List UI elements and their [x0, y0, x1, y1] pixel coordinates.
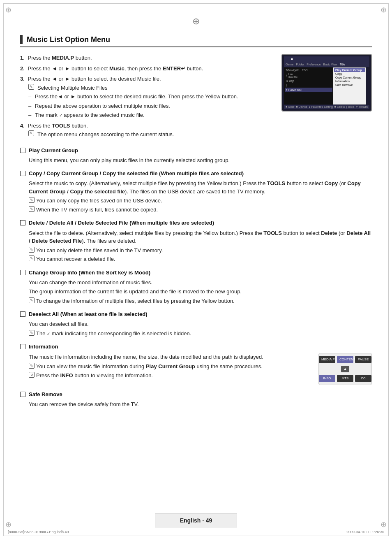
copy-section-body: Select the music to copy. (Alternatively… [29, 179, 372, 214]
play-current-group-body: Using this menu, you can only play music… [29, 156, 372, 165]
step-4-note-text: The option menu changes according to the… [37, 130, 174, 139]
delete-note-text-1: You can only delete the files saved in t… [36, 246, 163, 255]
tv-file-item-3: ♩ [285, 83, 332, 88]
tv-file-item-2: ♫ Bay [285, 79, 332, 83]
checkbox-icon-deselect [20, 311, 25, 317]
tv-menu-panel: Play Current Group Copy Copy Current Gro… [333, 67, 366, 104]
checkbox-icon-play [20, 148, 25, 153]
information-heading: Information [20, 343, 372, 351]
tv-tab-folder: Folder [296, 63, 304, 66]
deselect-all-text: You can deselect all files. [29, 320, 372, 328]
tv-menu-copy: Copy [334, 72, 365, 76]
tv-tabs: Genre Folder Preference Basic View Title [286, 63, 368, 66]
tv-tab-title: Title [340, 63, 345, 66]
note-icon-1: ✎ [28, 84, 34, 90]
step-4: 4. Press the TOOLS button. ✎ The option … [20, 122, 273, 139]
delete-section-text: Select the file to delete. (Alternativel… [29, 229, 372, 245]
tv-menu-information: Information [334, 79, 365, 83]
info-text: The music file information including the… [29, 353, 310, 381]
music-icon-2: ♫ [286, 79, 288, 83]
music-icon-1: ♪ [286, 74, 287, 77]
deselect-all-heading: Deselect All (When at least one file is … [20, 311, 372, 318]
multiple-files-item-1: Press the◄ or ► button to select the des… [28, 93, 273, 101]
delete-note-2: ✎ You cannot recover a deleted file. [29, 255, 372, 263]
info-bold: INFO [60, 372, 73, 378]
tv-menu-safe-remove: Safe Remove [334, 83, 365, 87]
tv-file-sub-1: Hard Me [288, 76, 297, 78]
step-3-number: 3. [20, 76, 25, 82]
information-body: The music file information including the… [29, 353, 372, 385]
delete-bold: Delete [321, 230, 337, 236]
tv-content: ↻Navigate ESC ♪ LayHard Me ♫ Bay ♩ [284, 67, 369, 104]
tv-bottom-bar: ■ Slide ■ Device ● Favorites Setting ■ S… [284, 105, 369, 109]
tv-file-item-1: ♪ LayHard Me [285, 72, 332, 79]
remote-arrow-up: ▲ [341, 366, 349, 372]
play-current-group-text: Using this menu, you can only play music… [29, 156, 372, 165]
checkbox-icon-safe-remove [20, 392, 25, 397]
selecting-multiple-note: ✎ Selecting Multiple Music Files [28, 84, 273, 92]
copy-note-text-2: When the TV memory is full, files cannot… [36, 206, 158, 214]
tools-label-step4: TOOLS [52, 123, 70, 129]
tv-file-header: ↻Navigate ESC [285, 68, 332, 72]
info-note-text-1: You can view the music file information … [36, 362, 263, 371]
corner-crosshair-tl: ⊕ [5, 5, 12, 14]
deselect-note-1: ✎ The ✓ mark indicating the correspondin… [29, 330, 372, 338]
tv-bottom-tools: ∫ Tools [346, 105, 354, 109]
delete-section-heading: Delete / Delete All / Delete Selected Fi… [20, 219, 372, 227]
change-group-note-icon: ✎ [29, 297, 35, 303]
tv-menu-copy-group: Copy Current Group [334, 76, 365, 79]
tv-screen: · · · ■ · Genre Folder Preference Basic … [281, 54, 372, 111]
step-1: 1. Press the MEDIA.P button. [20, 54, 273, 62]
remote-btn-cc: CC [355, 375, 371, 382]
copy-note-icon-2: ✎ [29, 206, 35, 212]
safe-remove-heading: Safe Remove [20, 391, 372, 398]
tv-bottom-device: ■ Device [296, 105, 307, 109]
tv-file-name-1: Lay [288, 73, 297, 76]
checkbox-icon-delete [20, 220, 25, 225]
copy-bold: Copy [325, 180, 338, 186]
footer-box: English - 49 [155, 513, 237, 527]
change-group-text-2: The group information of the current fil… [29, 288, 372, 296]
tv-file-name-2: Bay [289, 79, 294, 82]
remote-row-2: INFO MTS CC [321, 375, 369, 382]
remote-btn-pause: PAUSE [355, 356, 371, 363]
tv-bottom-slide: ■ Slide [286, 105, 295, 109]
info-section: The music file information including the… [29, 353, 372, 385]
remote-btn-info: INFO [319, 375, 335, 382]
delete-all-bold: Delete All / Delete Selected File [29, 230, 371, 244]
note-icon-2: ✎ [28, 130, 34, 136]
change-group-note-text: To change the information of multiple fi… [36, 297, 235, 305]
delete-section-body: Select the file to delete. (Alternativel… [29, 229, 372, 263]
change-group-body: You can change the mood information of m… [29, 279, 372, 305]
tv-bottom-select: ■ Select [334, 105, 345, 109]
step-3: 3. Press the ◄ or ► button to select the… [20, 75, 273, 119]
remote-row-1: MEDIA.P CONTENT PAUSE [321, 356, 369, 363]
copy-section-title: Copy / Copy Current Group / Copy the sel… [29, 170, 244, 177]
music-icon-4: ♪ [286, 88, 287, 92]
step-2: 2. Press the ◄ or ► button to select Mus… [20, 65, 273, 73]
crosshair-symbol: ⊕ [192, 16, 200, 27]
info-note-2: ✗ Press the INFO button to viewing the i… [29, 372, 310, 380]
info-note-icon-2: ✗ [29, 372, 35, 378]
tv-tab-genre: Genre [286, 63, 293, 66]
delete-note-icon-2: ✎ [29, 255, 35, 261]
safe-remove-title: Safe Remove [29, 391, 62, 398]
section-title: Music List Option Menu [20, 35, 372, 47]
tv-file-list: ↻Navigate ESC ♪ LayHard Me ♫ Bay ♩ [284, 67, 333, 104]
copy-group-bold: Copy Current Group / Copy the selected f… [29, 180, 361, 195]
remote-btn-mts: MTS [337, 375, 353, 382]
information-title: Information [29, 343, 58, 351]
multiple-files-item-3: The mark ✓ appears to the selected music… [28, 111, 273, 119]
instructions: 1. Press the MEDIA.P button. 2. Press th… [20, 54, 273, 141]
step-1-number: 1. [20, 55, 25, 61]
tv-bottom-return: ↩ Return [356, 105, 368, 109]
play-current-group-bold: Play Current Group [146, 363, 195, 369]
multiple-files-list: Press the◄ or ► button to select the des… [28, 93, 273, 119]
footer-note: [8000-SA]BN68-01988G-Eng.indb 49 [8, 530, 69, 534]
footer-date: 2009-04-10 □□ 1:26:30 [346, 530, 384, 534]
checkmark-symbol: ✓ [59, 113, 62, 118]
music-label: Music [109, 65, 125, 72]
step-4-note: ✎ The option menu changes according to t… [28, 130, 273, 139]
tv-file-name-4: I Love You [288, 88, 302, 91]
copy-note-1: ✎ You can only copy the files saved on t… [29, 197, 372, 205]
